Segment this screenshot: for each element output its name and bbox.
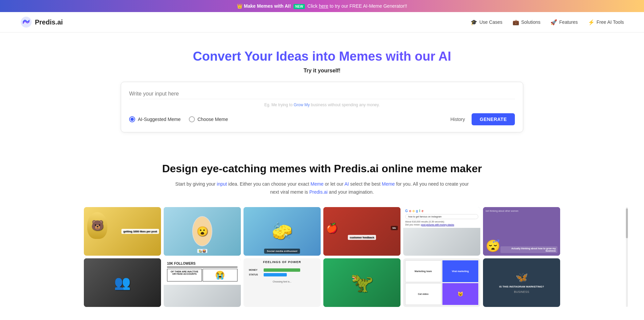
- predis-logo-icon: [20, 16, 32, 28]
- radio-choose-meme[interactable]: Choose Meme: [189, 116, 228, 122]
- logo-text: Predis.ai: [35, 18, 63, 26]
- hero-title: Convert Your Ideas into Memes with our A…: [7, 49, 637, 64]
- input-actions: History GENERATE: [450, 113, 515, 125]
- meme-card-peter[interactable]: 😮 🏡 🌄: [164, 207, 241, 256]
- section-description: Start by giving your input idea. Either …: [171, 180, 473, 196]
- meme-followers-content: 10K FOLLOWERS OF THEM ARE INACTIVE OR FA…: [164, 258, 241, 285]
- input-container: Eg. Me trying to Grow My business withou…: [121, 82, 523, 132]
- meme-instagram-text: IS THIS INSTAGRAM MARKETING?: [499, 285, 544, 288]
- banner-main-text: Make Memes with AI!: [244, 3, 291, 9]
- google-search-bar: how to get famous on instagram: [405, 214, 478, 219]
- banner-text2: Click: [308, 3, 319, 9]
- hero-section: Convert Your Ideas into Memes with our A…: [0, 33, 644, 142]
- input-options: AI-Suggested Meme Choose Meme History GE…: [129, 113, 515, 125]
- meme-card-apple[interactable]: 🍎 Me customer feedback: [323, 207, 400, 256]
- meme-power-chart: MONEY STATUS: [246, 265, 319, 280]
- meme-sleep-thought-left: bet thinking about other women: [486, 210, 557, 212]
- banner-crown: 👑: [237, 3, 243, 9]
- nav-links: 🎓 Use Cases 💼 Solutions 🚀 Features ⚡ Fre…: [471, 19, 624, 25]
- radio-choose-meme-circle: [189, 116, 195, 122]
- meme-marketing-team: Marketing team: [405, 260, 441, 282]
- banner-link[interactable]: here: [319, 3, 328, 9]
- banner-new-badge: NEW: [293, 4, 305, 9]
- radio-ai-suggested-circle: [129, 116, 135, 122]
- banner-text3: to try our FREE AI-Meme Generator!!: [330, 3, 407, 9]
- grid-scrollbar-thumb: [626, 208, 628, 238]
- meme-card-sponge[interactable]: Social media enthusiast 🧽: [244, 207, 321, 256]
- meme-card-sleep[interactable]: bet thinking about other women 😴 Actuall…: [483, 207, 560, 256]
- meme-section: Design eye-catching memes with Predis.ai…: [0, 142, 644, 320]
- nav-use-cases[interactable]: 🎓 Use Cases: [471, 19, 502, 25]
- meme-marketing-cat: Cat video: [405, 283, 441, 305]
- solutions-icon: 💼: [513, 19, 519, 25]
- meme-card-dino[interactable]: 🦖: [323, 258, 400, 307]
- meme-card-marketing[interactable]: Marketing team Viral marketing Cat video…: [403, 258, 480, 307]
- radio-ai-suggested-label: AI-Suggested Meme: [138, 117, 181, 122]
- meme-google-content: G o o g l e how to get famous on instagr…: [403, 207, 480, 228]
- nav-features[interactable]: 🚀 Features: [550, 19, 578, 25]
- meme-card-followers[interactable]: 10K FOLLOWERS OF THEM ARE INACTIVE OR FA…: [164, 258, 241, 307]
- nav-solutions-label: Solutions: [521, 19, 541, 25]
- nav-free-ai-tools[interactable]: ⚡ Free AI Tools: [588, 19, 624, 25]
- meme-winnie-text: getting 1000 likes per post: [121, 229, 159, 234]
- nav-use-cases-label: Use Cases: [479, 19, 502, 25]
- meme-instagram-business: BUSINESS: [514, 290, 529, 294]
- section-title: Design eye-catching memes with Predis.ai…: [20, 163, 624, 175]
- meme-marketing-emoji: 😺: [442, 283, 479, 305]
- meme-grid: 🐻 getting 1000 likes per post 😮 🏡 🌄: [84, 207, 560, 307]
- nav-free-ai-tools-label: Free AI Tools: [597, 19, 624, 25]
- meme-apple-feedback: customer feedback: [348, 235, 376, 240]
- google-did-you-mean: Did you mean: post pictures with money s…: [405, 223, 478, 226]
- meme-apple-me-badge: Me: [391, 226, 398, 230]
- hero-subtitle: Try it yourself!: [7, 68, 637, 74]
- free-ai-tools-icon: ⚡: [588, 19, 595, 25]
- radio-choose-meme-label: Choose Meme: [198, 117, 228, 122]
- meme-followers-crying: 😭: [203, 269, 237, 281]
- meme-card-guy[interactable]: 👥: [84, 258, 161, 307]
- meme-card-power[interactable]: FEELINGS OF POWER MONEY STATUS Choosing …: [244, 258, 321, 307]
- nav-solutions[interactable]: 💼 Solutions: [513, 19, 541, 25]
- meme-followers-of-them: OF THEM ARE INACTIVE OR FAKE ACCOUNTS: [167, 269, 202, 281]
- top-banner: 👑 Make Memes with AI! NEW Click here to …: [0, 0, 644, 12]
- nav-features-label: Features: [559, 19, 578, 25]
- use-cases-icon: 🎓: [471, 19, 477, 25]
- meme-card-instagram[interactable]: 🦋 IS THIS INSTAGRAM MARKETING? BUSINESS: [483, 258, 560, 307]
- logo[interactable]: Predis.ai: [20, 16, 63, 28]
- navbar: Predis.ai 🎓 Use Cases 💼 Solutions 🚀 Feat…: [0, 12, 644, 33]
- features-icon: 🚀: [550, 19, 557, 25]
- meme-marketing-viral: Viral marketing: [442, 260, 479, 282]
- history-button[interactable]: History: [450, 117, 465, 122]
- grid-scrollbar[interactable]: [626, 207, 628, 307]
- meme-sleep-thought-right: Actually thinking about how to grow my b…: [500, 246, 557, 253]
- meme-card-google[interactable]: G o o g l e how to get famous on instagr…: [403, 207, 480, 256]
- meme-card-winnie[interactable]: 🐻 getting 1000 likes per post: [84, 207, 161, 256]
- radio-group: AI-Suggested Meme Choose Meme: [129, 116, 228, 122]
- meme-sponge-text: Social media enthusiast: [264, 249, 300, 254]
- meme-grid-wrapper: 🐻 getting 1000 likes per post 😮 🏡 🌄: [20, 207, 624, 307]
- input-hint: Eg. Me trying to Grow My business withou…: [129, 103, 515, 107]
- generate-button[interactable]: GENERATE: [472, 113, 515, 125]
- radio-ai-suggested[interactable]: AI-Suggested Meme: [129, 116, 181, 122]
- meme-input[interactable]: [129, 89, 515, 99]
- meme-power-title: FEELINGS OF POWER: [246, 260, 319, 264]
- meme-power-note: Choosing font is...: [246, 280, 319, 283]
